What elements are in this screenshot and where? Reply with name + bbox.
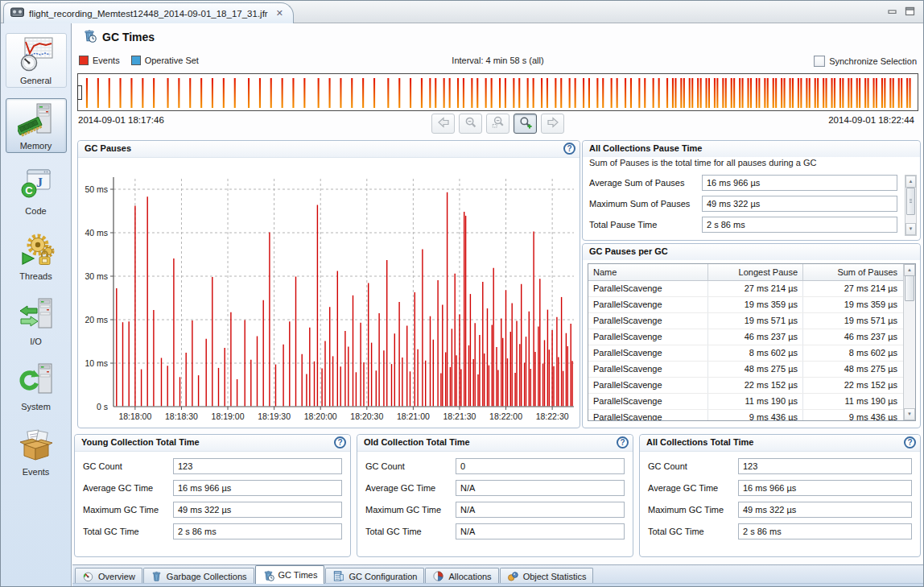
help-icon[interactable]: ? bbox=[563, 143, 575, 155]
interval-label: Interval: 4 min 58 s (all) bbox=[72, 56, 923, 65]
synchronize-label: Synchronize Selection bbox=[829, 56, 917, 66]
sidebar-item-io[interactable]: I/O bbox=[6, 294, 67, 349]
field-label: Total GC Time bbox=[83, 527, 173, 536]
table-row[interactable]: ParallelScavenge 27 ms 214 µs 27 ms 214 … bbox=[588, 281, 915, 297]
sidebar-item-label: General bbox=[6, 76, 66, 85]
table-row[interactable]: ParallelScavenge 48 ms 275 µs 48 ms 275 … bbox=[588, 362, 915, 378]
trash-icon bbox=[151, 570, 163, 582]
field-row: Maximum GC Time N/A bbox=[365, 502, 625, 518]
page-header: GC Times bbox=[82, 28, 155, 46]
panel-description: Sum of Pauses is the total time for all … bbox=[589, 158, 816, 167]
gc-pauses-per-gc-panel: GC Pauses per GC NameLongest PauseSum of… bbox=[582, 243, 921, 428]
table-row[interactable]: ParallelScavenge 22 ms 152 µs 22 ms 152 … bbox=[588, 378, 915, 394]
sidebar-item-memory[interactable]: Memory bbox=[6, 98, 67, 153]
sidebar-item-label: I/O bbox=[6, 337, 66, 346]
editor-tab[interactable]: flight_recording_Memtest12448_2014-09-01… bbox=[3, 2, 294, 23]
field-value: N/A bbox=[456, 502, 625, 518]
scroll-thumb[interactable] bbox=[906, 188, 915, 215]
bottom-tab-strip: Overview Garbage Collections GC Times GC… bbox=[72, 564, 923, 584]
svg-text:18:21:30: 18:21:30 bbox=[443, 411, 476, 421]
scroll-thumb[interactable] bbox=[905, 275, 914, 301]
tab-label: Garbage Collections bbox=[167, 572, 247, 581]
table-row[interactable]: ParallelScavenge 8 ms 602 µs 8 ms 602 µs bbox=[588, 345, 915, 362]
table-row[interactable]: ParallelScavenge 9 ms 436 µs 9 ms 436 µs bbox=[588, 410, 915, 421]
tab-allocations[interactable]: Allocations bbox=[425, 568, 498, 584]
sidebar-item-label: Threads bbox=[6, 271, 66, 281]
synchronize-checkbox[interactable] bbox=[814, 56, 825, 67]
help-icon[interactable]: ? bbox=[617, 436, 629, 449]
timeline-strip[interactable] bbox=[77, 73, 918, 111]
field-value: 49 ms 322 µs bbox=[702, 196, 897, 212]
field-value: 16 ms 966 µs bbox=[173, 480, 342, 496]
field-row: GC Count 123 bbox=[648, 458, 912, 474]
svg-text:C: C bbox=[25, 184, 33, 196]
svg-text:30 ms: 30 ms bbox=[85, 271, 108, 281]
tab-gc-times[interactable]: GC Times bbox=[255, 565, 325, 584]
threads-icon bbox=[18, 256, 55, 270]
flight-recording-icon bbox=[10, 6, 24, 21]
field-label: Total GC Time bbox=[365, 527, 456, 536]
pie-chart-icon bbox=[432, 570, 444, 582]
column-header-sum-of-pauses[interactable]: Sum of Pauses bbox=[802, 264, 915, 280]
tab-garbage-collections[interactable]: Garbage Collections bbox=[143, 568, 254, 584]
table-row[interactable]: ParallelScavenge 19 ms 571 µs 19 ms 571 … bbox=[588, 313, 915, 329]
scroll-up-icon[interactable]: ▲ bbox=[904, 264, 915, 276]
field-row: Total GC Time N/A bbox=[365, 523, 625, 539]
scroll-down-icon[interactable]: ▼ bbox=[904, 408, 915, 420]
field-value: 49 ms 322 µs bbox=[173, 502, 342, 518]
field-value: 49 ms 322 µs bbox=[738, 502, 912, 518]
table-header[interactable]: NameLongest PauseSum of Pauses bbox=[588, 264, 915, 281]
sidebar-item-system[interactable]: System bbox=[6, 359, 67, 414]
field-label: Average GC Time bbox=[365, 483, 456, 493]
zoom-out-selection-button bbox=[486, 114, 509, 134]
young-collection-total-time-panel: Young Collection Total Time ? GC Count 1… bbox=[74, 434, 351, 557]
scroll-down-icon[interactable]: ▼ bbox=[905, 223, 916, 235]
tab-label: GC Times bbox=[278, 570, 318, 580]
field-label: Total GC Time bbox=[648, 527, 738, 536]
selection-handle[interactable] bbox=[77, 85, 82, 100]
field-label: GC Count bbox=[83, 461, 173, 471]
tab-overview[interactable]: Overview bbox=[75, 568, 142, 584]
old-collection-total-time-panel: Old Collection Total Time ? GC Count 0 A… bbox=[357, 434, 633, 557]
svg-text:18:20:30: 18:20:30 bbox=[350, 411, 383, 421]
scrollbar[interactable]: ▲ ▼ bbox=[903, 264, 915, 420]
field-value: 123 bbox=[738, 458, 912, 474]
close-icon[interactable]: ✕ bbox=[276, 8, 283, 19]
field-label: Average Sum of Pauses bbox=[589, 178, 702, 188]
minimize-icon[interactable] bbox=[888, 5, 897, 19]
column-header-longest-pause[interactable]: Longest Pause bbox=[707, 264, 802, 280]
sidebar-item-events[interactable]: Events bbox=[6, 424, 67, 479]
sidebar-item-general[interactable]: General bbox=[6, 33, 67, 88]
table-row[interactable]: ParallelScavenge 19 ms 359 µs 19 ms 359 … bbox=[588, 297, 915, 313]
tab-object-statistics[interactable]: Object Statistics bbox=[500, 568, 594, 584]
field-value: N/A bbox=[456, 523, 625, 539]
field-row: Average Sum of Pauses 16 ms 966 µs bbox=[589, 175, 897, 191]
scrollbar[interactable]: ▲ ▼ bbox=[905, 175, 917, 236]
gc-pauses-chart[interactable]: 10 ms20 ms30 ms40 ms50 ms0 s18:18:0018:1… bbox=[78, 158, 580, 428]
zoom-in-button[interactable] bbox=[514, 114, 537, 134]
panel-title: All Collections Total Time bbox=[646, 437, 753, 447]
maximize-icon[interactable] bbox=[905, 5, 915, 19]
synchronize-selection[interactable]: Synchronize Selection bbox=[814, 56, 917, 67]
table-row[interactable]: ParallelScavenge 11 ms 190 µs 11 ms 190 … bbox=[588, 394, 915, 410]
scroll-up-icon[interactable]: ▲ bbox=[905, 176, 916, 188]
help-icon[interactable]: ? bbox=[904, 436, 916, 449]
sidebar-item-label: Memory bbox=[6, 141, 66, 151]
svg-text:18:20:00: 18:20:00 bbox=[304, 411, 337, 421]
help-icon[interactable]: ? bbox=[334, 436, 346, 449]
sidebar-item-code[interactable]: J C Code bbox=[6, 163, 67, 218]
field-label: GC Count bbox=[365, 461, 456, 471]
field-label: Maximum Sum of Pauses bbox=[589, 199, 702, 209]
field-row: Maximum GC Time 49 ms 322 µs bbox=[648, 502, 912, 518]
system-icon bbox=[18, 387, 55, 400]
tab-gc-configuration[interactable]: GC Configuration bbox=[325, 568, 424, 584]
sidebar-item-threads[interactable]: Threads bbox=[6, 229, 67, 283]
tab-label: GC Configuration bbox=[349, 572, 417, 581]
field-label: Maximum GC Time bbox=[83, 505, 173, 515]
table-row[interactable]: ParallelScavenge 46 ms 237 µs 46 ms 237 … bbox=[588, 329, 915, 345]
svg-text:18:18:00: 18:18:00 bbox=[118, 411, 151, 421]
field-value: 123 bbox=[173, 458, 342, 474]
svg-text:20 ms: 20 ms bbox=[85, 315, 108, 325]
column-header-name[interactable]: Name bbox=[588, 264, 707, 280]
panel-title: GC Pauses bbox=[85, 143, 131, 153]
